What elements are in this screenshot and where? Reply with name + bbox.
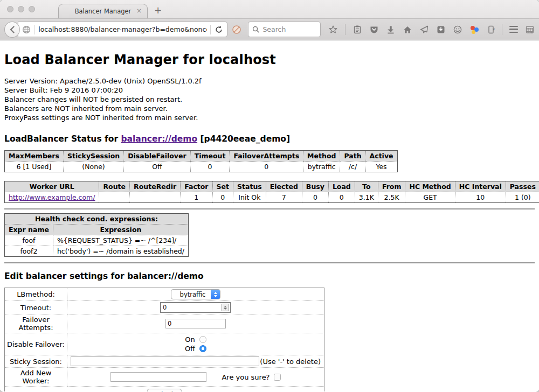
back-button[interactable] [4,22,20,38]
radio-on-label: On [185,335,195,344]
divider [4,208,535,210]
are-you-sure-checkbox[interactable] [274,374,281,381]
divider [4,262,535,264]
col-hc-method: HC Method [405,181,455,192]
balancer-demo-link[interactable]: balancer://demo [121,134,197,144]
table-title-row: Health check cond. expressions: [5,214,189,225]
table-row: foof %{REQUEST_STATUS} =~ /^[234]/ [5,235,189,246]
cell-status: Init Ok [233,192,266,203]
page-title: Load Balancer Manager for localhost [4,52,535,67]
loadbalancer-status-heading: LoadBalancer Status for balancer://demo … [4,134,535,144]
minimize-window-button[interactable] [18,6,24,12]
bookmark-star-icon[interactable] [328,25,338,34]
tab-close-icon[interactable]: × [136,7,142,15]
form-row-add-worker: Add New Worker: Are you sure? [5,368,324,387]
cell-method: bytraffic [303,162,340,172]
col-method: Method [303,151,340,162]
cell-from: 2.5K [378,192,405,203]
col-from: From [378,181,405,192]
send-plane-icon[interactable] [419,25,429,34]
cell-active: Yes [365,162,397,172]
download-icon[interactable] [386,25,396,34]
new-tab-button[interactable]: + [154,5,162,16]
disable-failover-on-radio[interactable] [199,336,206,343]
status-heading-suffix: [p4420eeae_demo] [197,134,290,144]
extension-dots-icon[interactable] [469,25,479,34]
col-stickysession: StickySession [63,151,123,162]
home-icon[interactable] [403,25,412,34]
disable-failover-off-radio[interactable] [199,345,206,352]
menu-icon[interactable] [509,26,518,33]
cell-maxmembers: 6 [1 Used] [5,162,64,172]
col-expression: Expression [53,225,188,235]
urlbar-separator [210,25,211,34]
col-expr-name: Expr name [5,225,53,235]
timeout-label: Timeout: [5,301,67,314]
are-you-sure-label: Are you sure? [222,373,270,381]
table-header-row: MaxMembers StickySession DisableFailover… [5,151,398,162]
device-button[interactable]: ▾ [486,25,495,34]
col-passes: Passes [506,181,539,192]
server-built-line: Server Built: Feb 9 2016 07:00:20 [4,86,535,95]
url-bar[interactable]: localhost:8880/balancer-manager?b=demo&n… [18,22,227,37]
cell-elected: 7 [266,192,302,203]
cell-failoverattempts: 0 [230,162,303,172]
sticky-session-label: Sticky Session: [5,355,67,368]
cell-factor: 1 [181,192,212,203]
submit-button[interactable]: Submit [147,389,182,391]
timeout-value: 0 [161,304,222,311]
globe-icon [22,25,31,34]
cell-passes: 1 (0) [506,192,539,203]
form-row-failover-attempts: Failover Attempts: [5,314,324,333]
timeout-input[interactable]: 0 [160,302,231,313]
sticky-session-input[interactable] [71,356,259,366]
reload-icon[interactable] [214,25,224,34]
chevron-down-icon: ▾ [493,27,495,32]
table-row: foof2 hc('body') =~ /domain is establish… [5,246,189,257]
pocket-icon[interactable] [369,25,379,34]
save-square-icon[interactable] [436,25,446,34]
cell-busy: 0 [302,192,328,203]
form-row-disable-failover: Disable Failover: On Off [5,333,324,355]
balancer-status-table: MaxMembers StickySession DisableFailover… [4,150,398,172]
cell-expr-name: foof [5,235,53,246]
tab-balancer-manager[interactable]: Balancer Manager × [58,4,148,18]
cell-load: 0 [328,192,355,203]
col-busy: Busy [302,181,328,192]
disable-failover-label: Disable Failover: [5,333,67,355]
server-info: Server Version: Apache/2.5.0-dev (Unix) … [4,76,535,122]
edit-balancer-form: LBmethod: bytraffic Timeout: 0 [4,288,324,391]
table-row: 6 [1 Used] (None) Off 0 0 bytraffic /c/ … [5,162,398,172]
smiley-chat-icon[interactable] [453,25,462,34]
cell-hc-interval: 10 [455,192,506,203]
url-text[interactable]: localhost:8880/balancer-manager?b=demo&n… [38,25,207,33]
col-path: Path [340,151,365,162]
close-window-button[interactable] [7,6,13,12]
search-bar[interactable]: Search [248,22,321,37]
failover-attempts-input[interactable] [165,319,226,328]
content-blocked-icon[interactable] [232,25,241,34]
tab-bar: Balancer Manager × + [0,0,539,18]
toolbar-separator [345,24,345,35]
form-row-lbmethod: LBmethod: bytraffic [5,288,324,301]
cell-expression: hc('body') =~ /domain is established/ [53,246,188,257]
window-controls [7,6,35,12]
cell-timeout: 0 [190,162,230,172]
form-row-submit: Submit [5,387,324,392]
add-worker-input[interactable] [110,372,206,382]
col-active: Active [365,151,397,162]
table-header-row: Worker URL Route RouteRedir Factor Set S… [5,181,539,192]
zoom-window-button[interactable] [29,6,35,12]
lbmethod-select[interactable]: bytraffic [171,289,221,299]
add-worker-label: Add New Worker: [5,368,67,387]
number-spinner-icon[interactable] [222,304,229,311]
tab-title: Balancer Manager [75,8,132,15]
tiles-icon[interactable] [525,25,535,34]
worker-row: http://www.example.com/ 1 0 Init Ok 7 0 … [5,192,539,203]
worker-url-link[interactable]: http://www.example.com/ [9,193,95,201]
col-set: Set [212,181,233,192]
back-arrow-icon [8,25,17,34]
cell-expression: %{REQUEST_STATUS} =~ /^[234]/ [53,235,188,246]
clipboard-icon[interactable] [353,25,362,34]
form-row-sticky-session: Sticky Session: (Use '-' to delete) [5,355,324,368]
